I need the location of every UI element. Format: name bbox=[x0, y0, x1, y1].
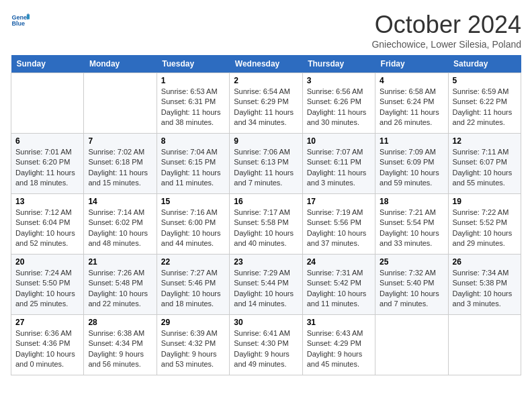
day-number: 24 bbox=[307, 257, 371, 267]
day-info: Sunrise: 7:17 AMSunset: 5:58 PMDaylight:… bbox=[234, 208, 298, 249]
calendar-cell: 27Sunrise: 6:36 AMSunset: 4:36 PMDayligh… bbox=[11, 315, 84, 375]
day-number: 30 bbox=[234, 318, 298, 327]
calendar-cell: 10Sunrise: 7:07 AMSunset: 6:11 PMDayligh… bbox=[302, 134, 375, 194]
day-number: 9 bbox=[234, 136, 298, 146]
calendar-cell: 8Sunrise: 7:04 AMSunset: 6:15 PMDaylight… bbox=[157, 134, 229, 194]
day-header-sunday: Sunday bbox=[11, 55, 84, 73]
week-row-1: 1Sunrise: 6:53 AMSunset: 6:31 PMDaylight… bbox=[11, 73, 521, 134]
page-header: General Blue October 2024 Gniechowice, L… bbox=[11, 11, 521, 50]
day-info: Sunrise: 6:54 AMSunset: 6:29 PMDaylight:… bbox=[234, 87, 298, 128]
header-row: SundayMondayTuesdayWednesdayThursdayFrid… bbox=[11, 55, 521, 73]
calendar-cell: 19Sunrise: 7:22 AMSunset: 5:52 PMDayligh… bbox=[448, 194, 521, 255]
day-number: 26 bbox=[453, 257, 517, 267]
calendar-cell: 29Sunrise: 6:39 AMSunset: 4:32 PMDayligh… bbox=[157, 315, 229, 375]
day-info: Sunrise: 7:16 AMSunset: 6:00 PMDaylight:… bbox=[161, 208, 225, 249]
week-row-3: 13Sunrise: 7:12 AMSunset: 6:04 PMDayligh… bbox=[11, 194, 521, 255]
calendar-cell: 25Sunrise: 7:32 AMSunset: 5:40 PMDayligh… bbox=[375, 255, 448, 315]
day-number: 13 bbox=[15, 197, 79, 206]
calendar-cell: 3Sunrise: 6:56 AMSunset: 6:26 PMDaylight… bbox=[302, 73, 375, 134]
day-number: 5 bbox=[453, 76, 517, 85]
calendar-cell bbox=[11, 73, 84, 134]
day-info: Sunrise: 6:53 AMSunset: 6:31 PMDaylight:… bbox=[161, 87, 225, 128]
calendar-cell bbox=[84, 73, 157, 134]
calendar-cell bbox=[375, 315, 448, 375]
week-row-2: 6Sunrise: 7:01 AMSunset: 6:20 PMDaylight… bbox=[11, 134, 521, 194]
day-info: Sunrise: 7:27 AMSunset: 5:46 PMDaylight:… bbox=[161, 268, 225, 310]
day-number: 23 bbox=[234, 257, 298, 267]
day-number: 4 bbox=[380, 76, 443, 85]
day-number: 19 bbox=[453, 197, 517, 206]
day-info: Sunrise: 7:22 AMSunset: 5:52 PMDaylight:… bbox=[453, 208, 517, 249]
calendar-cell: 5Sunrise: 6:59 AMSunset: 6:22 PMDaylight… bbox=[448, 73, 521, 134]
logo: General Blue bbox=[11, 11, 30, 30]
calendar-cell: 6Sunrise: 7:01 AMSunset: 6:20 PMDaylight… bbox=[11, 134, 84, 194]
day-info: Sunrise: 6:39 AMSunset: 4:32 PMDaylight:… bbox=[161, 328, 225, 370]
calendar-cell: 11Sunrise: 7:09 AMSunset: 6:09 PMDayligh… bbox=[375, 134, 448, 194]
day-number: 2 bbox=[234, 76, 298, 85]
calendar-cell: 18Sunrise: 7:21 AMSunset: 5:54 PMDayligh… bbox=[375, 194, 448, 255]
calendar-cell: 2Sunrise: 6:54 AMSunset: 6:29 PMDaylight… bbox=[230, 73, 302, 134]
day-number: 8 bbox=[161, 136, 225, 146]
day-info: Sunrise: 7:24 AMSunset: 5:50 PMDaylight:… bbox=[15, 268, 79, 310]
day-number: 12 bbox=[453, 136, 517, 146]
day-header-friday: Friday bbox=[375, 55, 448, 73]
day-info: Sunrise: 7:02 AMSunset: 6:18 PMDaylight:… bbox=[88, 147, 152, 189]
day-info: Sunrise: 7:09 AMSunset: 6:09 PMDaylight:… bbox=[380, 147, 443, 189]
day-info: Sunrise: 7:06 AMSunset: 6:13 PMDaylight:… bbox=[234, 147, 298, 189]
day-info: Sunrise: 6:56 AMSunset: 6:26 PMDaylight:… bbox=[307, 87, 371, 128]
day-info: Sunrise: 6:41 AMSunset: 4:30 PMDaylight:… bbox=[234, 328, 298, 370]
calendar-cell: 15Sunrise: 7:16 AMSunset: 6:00 PMDayligh… bbox=[157, 194, 229, 255]
svg-marker-2 bbox=[27, 15, 30, 19]
calendar-cell: 17Sunrise: 7:19 AMSunset: 5:56 PMDayligh… bbox=[302, 194, 375, 255]
day-info: Sunrise: 7:26 AMSunset: 5:48 PMDaylight:… bbox=[88, 268, 152, 310]
day-info: Sunrise: 7:21 AMSunset: 5:54 PMDaylight:… bbox=[380, 208, 443, 249]
title-section: October 2024 Gniechowice, Lower Silesia,… bbox=[371, 11, 521, 50]
day-number: 18 bbox=[380, 197, 443, 206]
day-number: 29 bbox=[161, 318, 225, 327]
calendar-cell: 16Sunrise: 7:17 AMSunset: 5:58 PMDayligh… bbox=[230, 194, 302, 255]
day-number: 17 bbox=[307, 197, 371, 206]
day-header-monday: Monday bbox=[84, 55, 157, 73]
calendar-cell bbox=[448, 315, 521, 375]
calendar-cell: 30Sunrise: 6:41 AMSunset: 4:30 PMDayligh… bbox=[230, 315, 302, 375]
day-number: 27 bbox=[15, 318, 79, 327]
day-header-wednesday: Wednesday bbox=[230, 55, 302, 73]
day-info: Sunrise: 7:01 AMSunset: 6:20 PMDaylight:… bbox=[15, 147, 79, 189]
calendar-cell: 7Sunrise: 7:02 AMSunset: 6:18 PMDaylight… bbox=[84, 134, 157, 194]
day-info: Sunrise: 6:43 AMSunset: 4:29 PMDaylight:… bbox=[307, 328, 371, 370]
calendar-cell: 14Sunrise: 7:14 AMSunset: 6:02 PMDayligh… bbox=[84, 194, 157, 255]
day-number: 22 bbox=[161, 257, 225, 267]
day-info: Sunrise: 7:12 AMSunset: 6:04 PMDaylight:… bbox=[15, 208, 79, 249]
day-info: Sunrise: 7:04 AMSunset: 6:15 PMDaylight:… bbox=[161, 147, 225, 189]
day-number: 7 bbox=[88, 136, 152, 146]
day-info: Sunrise: 7:14 AMSunset: 6:02 PMDaylight:… bbox=[88, 208, 152, 249]
svg-text:Blue: Blue bbox=[11, 20, 25, 27]
day-info: Sunrise: 7:07 AMSunset: 6:11 PMDaylight:… bbox=[307, 147, 371, 189]
day-number: 15 bbox=[161, 197, 225, 206]
day-info: Sunrise: 6:59 AMSunset: 6:22 PMDaylight:… bbox=[453, 87, 517, 128]
calendar-cell: 23Sunrise: 7:29 AMSunset: 5:44 PMDayligh… bbox=[230, 255, 302, 315]
week-row-5: 27Sunrise: 6:36 AMSunset: 4:36 PMDayligh… bbox=[11, 315, 521, 375]
calendar-cell: 22Sunrise: 7:27 AMSunset: 5:46 PMDayligh… bbox=[157, 255, 229, 315]
day-number: 20 bbox=[15, 257, 79, 267]
day-number: 31 bbox=[307, 318, 371, 327]
day-info: Sunrise: 7:32 AMSunset: 5:40 PMDaylight:… bbox=[380, 268, 443, 310]
day-number: 1 bbox=[161, 76, 225, 85]
day-number: 3 bbox=[307, 76, 371, 85]
location: Gniechowice, Lower Silesia, Poland bbox=[371, 39, 521, 50]
calendar-cell: 4Sunrise: 6:58 AMSunset: 6:24 PMDaylight… bbox=[375, 73, 448, 134]
day-number: 21 bbox=[88, 257, 152, 267]
day-info: Sunrise: 7:29 AMSunset: 5:44 PMDaylight:… bbox=[234, 268, 298, 310]
day-number: 6 bbox=[15, 136, 79, 146]
calendar-cell: 26Sunrise: 7:34 AMSunset: 5:38 PMDayligh… bbox=[448, 255, 521, 315]
day-number: 11 bbox=[380, 136, 443, 146]
month-title: October 2024 bbox=[371, 11, 521, 39]
calendar-cell: 13Sunrise: 7:12 AMSunset: 6:04 PMDayligh… bbox=[11, 194, 84, 255]
calendar-cell: 21Sunrise: 7:26 AMSunset: 5:48 PMDayligh… bbox=[84, 255, 157, 315]
day-info: Sunrise: 7:34 AMSunset: 5:38 PMDaylight:… bbox=[453, 268, 517, 310]
calendar-cell: 12Sunrise: 7:11 AMSunset: 6:07 PMDayligh… bbox=[448, 134, 521, 194]
day-number: 10 bbox=[307, 136, 371, 146]
day-number: 14 bbox=[88, 197, 152, 206]
calendar-cell: 1Sunrise: 6:53 AMSunset: 6:31 PMDaylight… bbox=[157, 73, 229, 134]
day-header-tuesday: Tuesday bbox=[157, 55, 229, 73]
